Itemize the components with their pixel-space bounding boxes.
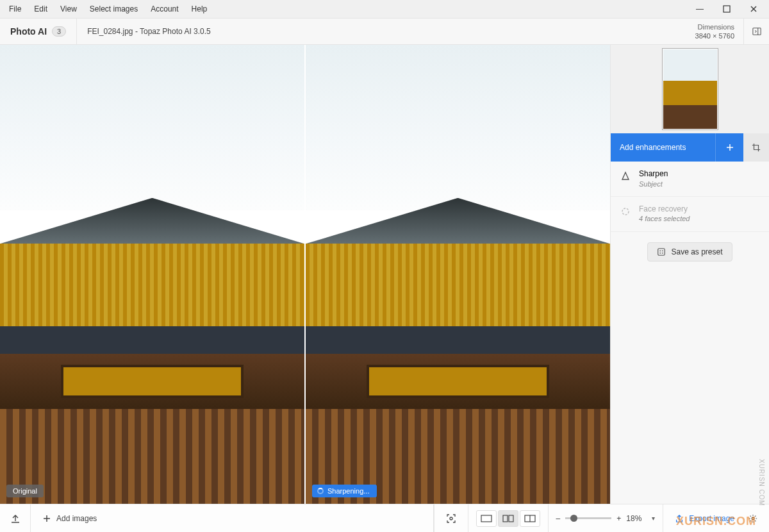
svg-rect-9 bbox=[481, 515, 492, 522]
crop-button[interactable] bbox=[743, 133, 769, 162]
menu-select-images[interactable]: Select images bbox=[83, 2, 144, 16]
menu-bar: File Edit View Select images Account Hel… bbox=[0, 0, 769, 18]
status-text: Sharpening... bbox=[327, 487, 369, 495]
window-close-button[interactable] bbox=[741, 1, 766, 17]
plus-icon bbox=[42, 514, 51, 523]
svg-point-2 bbox=[622, 208, 629, 215]
upload-icon bbox=[10, 513, 21, 524]
svg-rect-10 bbox=[503, 515, 508, 522]
export-image-button[interactable]: Export image bbox=[671, 511, 738, 526]
title-bar: Photo AI 3 FEI_0284.jpg - Topaz Photo AI… bbox=[0, 18, 769, 45]
enhancement-subtitle: 4 faces selected bbox=[639, 214, 690, 223]
export-icon bbox=[675, 514, 684, 523]
subject-icon bbox=[446, 513, 456, 524]
menu-view[interactable]: View bbox=[54, 2, 83, 16]
settings-icon bbox=[748, 514, 757, 523]
svg-rect-0 bbox=[724, 6, 730, 12]
dimensions-value: 3840 × 5760 bbox=[695, 31, 734, 40]
enhancement-subtitle: Subject bbox=[639, 179, 668, 188]
sharpen-icon bbox=[620, 170, 631, 182]
panel-collapse-icon bbox=[752, 27, 761, 36]
add-images-label: Add images bbox=[56, 514, 97, 523]
face-recovery-icon bbox=[620, 206, 631, 217]
menu-file[interactable]: File bbox=[3, 2, 28, 16]
close-icon bbox=[749, 4, 758, 13]
app-name: Photo AI bbox=[10, 26, 47, 37]
enhancement-face-recovery[interactable]: Face recovery 4 faces selected bbox=[611, 197, 769, 232]
dimensions-label: Dimensions bbox=[698, 22, 734, 31]
thumbnail-image bbox=[663, 49, 718, 129]
plus-icon bbox=[725, 143, 734, 152]
view-single-button[interactable] bbox=[476, 510, 497, 527]
add-enhancement-plus-button[interactable] bbox=[715, 133, 743, 162]
add-images-button[interactable]: Add images bbox=[38, 511, 101, 526]
footer-bar: Add images – bbox=[0, 504, 769, 532]
zoom-dropdown[interactable]: ▾ bbox=[652, 515, 655, 522]
subject-detect-button[interactable] bbox=[442, 511, 460, 526]
maximize-icon bbox=[722, 4, 731, 13]
crop-icon bbox=[752, 143, 761, 152]
app-brand: Photo AI 3 bbox=[0, 19, 77, 44]
single-view-icon bbox=[481, 515, 492, 522]
spinner-icon bbox=[317, 488, 324, 494]
menu-account[interactable]: Account bbox=[144, 2, 185, 16]
upload-button[interactable] bbox=[6, 511, 24, 526]
dimensions-display: Dimensions 3840 × 5760 bbox=[686, 22, 743, 41]
enhancement-title: Sharpen bbox=[639, 169, 668, 179]
svg-point-4 bbox=[660, 250, 661, 251]
zoom-in-button[interactable]: + bbox=[616, 514, 621, 523]
zoom-percent: 18% bbox=[626, 514, 647, 523]
svg-point-5 bbox=[662, 250, 663, 251]
svg-rect-3 bbox=[658, 249, 665, 256]
file-title: FEI_0284.jpg - Topaz Photo AI 3.0.5 bbox=[77, 27, 686, 36]
save-as-preset-button[interactable]: Save as preset bbox=[647, 242, 732, 262]
split-view-icon bbox=[502, 515, 514, 522]
minimize-icon: — bbox=[696, 4, 704, 13]
zoom-slider[interactable] bbox=[565, 517, 611, 519]
preset-icon bbox=[657, 247, 666, 256]
svg-point-7 bbox=[662, 253, 663, 254]
svg-point-13 bbox=[752, 517, 754, 520]
export-settings-button[interactable] bbox=[745, 511, 761, 526]
zoom-out-button[interactable]: – bbox=[556, 514, 561, 523]
view-split-button[interactable] bbox=[498, 510, 518, 527]
save-preset-label: Save as preset bbox=[671, 247, 722, 256]
menu-edit[interactable]: Edit bbox=[28, 2, 54, 16]
panel-toggle-button[interactable] bbox=[743, 19, 769, 44]
export-label: Export image bbox=[689, 514, 734, 523]
svg-rect-11 bbox=[509, 515, 513, 522]
enhancement-title: Face recovery bbox=[639, 204, 690, 215]
original-label: Original bbox=[6, 485, 44, 497]
window-minimize-button[interactable]: — bbox=[687, 1, 713, 17]
window-maximize-button[interactable] bbox=[714, 1, 740, 17]
svg-point-8 bbox=[450, 517, 452, 520]
svg-rect-1 bbox=[752, 28, 760, 35]
add-enhancements-button[interactable]: Add enhancements bbox=[611, 143, 715, 152]
enhanced-pane: Sharpening... bbox=[306, 45, 610, 504]
side-view-icon bbox=[524, 515, 536, 522]
processing-status: Sharpening... bbox=[312, 485, 377, 497]
original-pane: Original bbox=[0, 45, 304, 504]
view-side-by-side-button[interactable] bbox=[520, 510, 540, 527]
image-viewer[interactable]: Original Sharpening... bbox=[0, 45, 610, 504]
thumbnail-navigator[interactable] bbox=[611, 45, 769, 133]
svg-point-6 bbox=[660, 253, 661, 254]
image-count-badge: 3 bbox=[52, 26, 66, 37]
menu-help[interactable]: Help bbox=[185, 2, 214, 16]
right-sidebar: Add enhancements Sharpen Subject bbox=[610, 45, 769, 504]
enhancement-sharpen[interactable]: Sharpen Subject bbox=[611, 162, 769, 197]
